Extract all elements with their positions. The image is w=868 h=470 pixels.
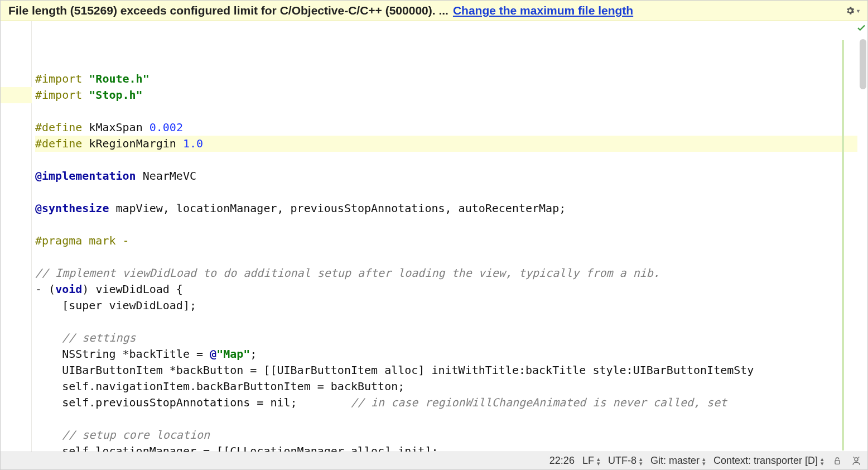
code-line[interactable]: #define kRegionMargin 1.0 — [35, 136, 857, 152]
inspection-ok-icon[interactable] — [856, 22, 866, 36]
code-line[interactable]: #import "Route.h" — [35, 71, 857, 87]
code-line[interactable]: #pragma mark - — [35, 233, 857, 249]
updown-icon: ▴▾ — [597, 457, 600, 466]
change-max-length-link[interactable]: Change the maximum file length — [453, 4, 633, 17]
context-selector[interactable]: Context: transporter [D] ▴▾ — [713, 455, 824, 467]
code-pane[interactable]: #import "Route.h"#import "Stop.h" #defin… — [32, 21, 857, 452]
editor-gutter[interactable] — [1, 21, 32, 452]
code-line[interactable]: #import "Stop.h" — [35, 87, 857, 103]
status-bar: 22:26 LF ▴▾ UTF-8 ▴▾ Git: master ▴▾ Cont… — [1, 452, 867, 469]
code-line[interactable]: - (void) viewDidLoad { — [35, 281, 857, 298]
code-line[interactable]: NSString *backTitle = @"Map"; — [35, 346, 857, 362]
gear-icon — [845, 5, 856, 16]
git-label: Git: master — [650, 455, 700, 467]
code-line[interactable]: @synthesize mapView, locationManager, pr… — [35, 200, 857, 217]
vcs-change-stripe — [842, 40, 844, 450]
line-separator-label: LF — [582, 455, 594, 467]
svg-point-1 — [855, 458, 858, 461]
line-separator-selector[interactable]: LF ▴▾ — [582, 455, 600, 467]
code-line[interactable]: self.previousStopAnnotations = nil; // i… — [35, 395, 857, 411]
svg-rect-0 — [835, 460, 840, 464]
code-line[interactable] — [35, 184, 857, 200]
code-line[interactable] — [35, 152, 857, 168]
code-line[interactable]: #define kMaxSpan 0.002 — [35, 119, 857, 136]
code-line[interactable]: // settings — [35, 330, 857, 346]
banner-gear-button[interactable]: ▾ — [845, 5, 860, 16]
encoding-selector[interactable]: UTF-8 ▴▾ — [608, 455, 643, 467]
code-line[interactable]: [super viewDidLoad]; — [35, 298, 857, 314]
code-line[interactable] — [35, 103, 857, 119]
encoding-label: UTF-8 — [608, 455, 636, 467]
context-label: Context: transporter [D] — [713, 455, 818, 467]
code-line[interactable] — [35, 314, 857, 330]
code-line[interactable]: UIBarButtonItem *backButton = [[UIBarBut… — [35, 362, 857, 378]
code-line[interactable]: @implementation NearMeVC — [35, 168, 857, 184]
updown-icon: ▴▾ — [821, 457, 824, 466]
updown-icon: ▴▾ — [702, 457, 706, 466]
code-line[interactable]: self.navigationItem.backBarButtonItem = … — [35, 378, 857, 395]
code-line[interactable]: self.locationManager = [[CLLocationManag… — [35, 443, 857, 452]
file-length-warning-banner: File length (515269) exceeds configured … — [1, 1, 867, 21]
code-line[interactable]: // Implement viewDidLoad to do additiona… — [35, 265, 857, 281]
readonly-lock-icon[interactable] — [832, 455, 843, 467]
code-line[interactable] — [35, 411, 857, 427]
code-line[interactable]: // setup core location — [35, 427, 857, 443]
vertical-scrollbar[interactable] — [860, 39, 866, 89]
git-branch-selector[interactable]: Git: master ▴▾ — [650, 455, 706, 467]
gutter-change-marker — [1, 87, 32, 103]
ide-avatar-icon[interactable] — [851, 455, 862, 467]
code-line[interactable] — [35, 217, 857, 233]
code-editor[interactable]: #import "Route.h"#import "Stop.h" #defin… — [1, 21, 867, 452]
chevron-down-icon: ▾ — [857, 8, 860, 14]
banner-message: File length (515269) exceeds configured … — [8, 4, 449, 17]
caret-position[interactable]: 22:26 — [549, 455, 575, 467]
updown-icon: ▴▾ — [639, 457, 643, 466]
code-line[interactable] — [35, 249, 857, 265]
marker-rail[interactable] — [857, 21, 867, 452]
